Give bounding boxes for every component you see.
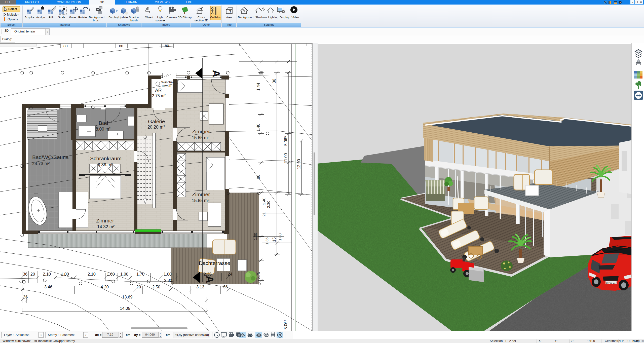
svg-text:3.13: 3.13 (196, 285, 204, 289)
svg-text:2.10: 2.10 (43, 272, 51, 276)
svg-text:IB-PW 577: IB-PW 577 (605, 282, 617, 284)
svg-text:Bad: Bad (99, 120, 108, 126)
svg-text:36: 36 (272, 79, 276, 83)
svg-text:24: 24 (228, 272, 232, 276)
svg-text:Dachterrasse: Dachterrasse (199, 260, 230, 266)
svg-text:20.20 m²: 20.20 m² (147, 125, 165, 130)
svg-text:1.00: 1.00 (107, 272, 115, 276)
svg-text:Wäsche-: Wäsche- (161, 81, 174, 84)
svg-text:80: 80 (165, 44, 169, 48)
svg-text:AR: AR (155, 88, 162, 93)
svg-text:1.00: 1.00 (164, 272, 172, 276)
svg-text:2.50: 2.50 (152, 285, 160, 289)
svg-text:80: 80 (256, 175, 260, 179)
svg-text:13.69: 13.69 (122, 295, 132, 299)
svg-text:Zimmer: Zimmer (192, 192, 210, 197)
svg-text:Bad/WC/Sauna: Bad/WC/Sauna (32, 154, 69, 160)
svg-text:1.00: 1.00 (253, 233, 257, 240)
svg-text:Zimmer: Zimmer (192, 129, 210, 134)
svg-text:15.85 m²: 15.85 m² (192, 135, 209, 140)
svg-text:36: 36 (223, 285, 228, 289)
svg-text:8.00 m²: 8.00 m² (96, 127, 110, 132)
svg-text:?: ? (229, 9, 232, 13)
svg-text:2.75 m²: 2.75 m² (152, 94, 166, 98)
svg-text:2.30: 2.30 (164, 278, 172, 283)
svg-text:4.20: 4.20 (101, 285, 109, 289)
svg-text:20: 20 (30, 272, 35, 276)
svg-text:2.10: 2.10 (88, 272, 96, 276)
svg-text:Zimmer: Zimmer (96, 218, 114, 223)
svg-text:1.44: 1.44 (256, 83, 260, 91)
svg-text:1.70: 1.70 (136, 272, 144, 276)
svg-text:N: N (279, 333, 281, 337)
svg-text:8.80 m²: 8.80 m² (98, 162, 112, 167)
svg-text:80: 80 (119, 44, 123, 48)
svg-text:14.05: 14.05 (120, 306, 130, 311)
svg-text:?: ? (619, 1, 621, 4)
svg-text:A: A (211, 70, 222, 77)
svg-text:11.00: 11.00 (284, 153, 288, 163)
svg-text:15: 15 (272, 237, 276, 242)
svg-text:1.00: 1.00 (278, 233, 282, 241)
svg-text:1.00: 1.00 (61, 272, 69, 276)
svg-text:80: 80 (63, 44, 68, 48)
svg-text:abwurf: abwurf (162, 84, 171, 88)
svg-text:5.06⁵: 5.06⁵ (284, 136, 288, 146)
svg-text:15.85 m²: 15.85 m² (192, 198, 209, 203)
svg-text:Schrankraum: Schrankraum (90, 156, 122, 161)
svg-text:12.00: 12.00 (297, 159, 301, 169)
svg-text:1.40: 1.40 (256, 124, 260, 131)
svg-text:20: 20 (136, 285, 141, 289)
svg-text:36: 36 (23, 295, 28, 299)
svg-text:3.46: 3.46 (44, 285, 52, 289)
svg-text:1.40: 1.40 (262, 198, 266, 205)
svg-text:A: A (204, 276, 215, 283)
svg-text:14.32 m²: 14.32 m² (97, 224, 115, 229)
svg-text:24.73 m²: 24.73 m² (32, 161, 50, 166)
svg-text:2.30: 2.30 (266, 201, 271, 208)
svg-text:1.36: 1.36 (265, 237, 269, 245)
svg-text:21: 21 (262, 212, 266, 217)
svg-text:5.75: 5.75 (256, 272, 260, 279)
svg-text:1.00: 1.00 (120, 272, 128, 276)
svg-text:36: 36 (23, 272, 27, 276)
svg-text:5.06⁵: 5.06⁵ (284, 320, 288, 329)
svg-text:Galerie: Galerie (148, 119, 165, 124)
svg-text:2.35: 2.35 (204, 272, 212, 276)
